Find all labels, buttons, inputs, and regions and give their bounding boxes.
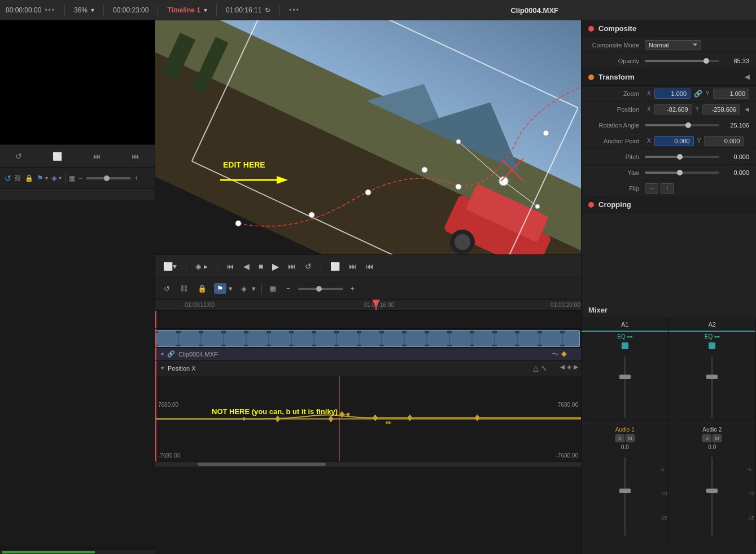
refresh-icon[interactable]: ↻ — [265, 6, 270, 14]
left-tool-arrow[interactable]: ↺ — [5, 174, 11, 183]
pitch-handle[interactable] — [677, 154, 683, 160]
opacity-handle[interactable] — [703, 58, 709, 64]
keyframe-canvas: 7680.00 7680.00 -7680.00 -7680.00 NOT HE… — [155, 376, 581, 461]
tb-marker-drop[interactable]: ▾ — [251, 284, 257, 293]
vc-next-edit[interactable]: ⏭ — [347, 261, 359, 272]
scrollbar-handle[interactable] — [198, 463, 325, 466]
mixer-audio2-fader[interactable] — [711, 457, 713, 536]
vc-dots[interactable]: ◈ ▸ — [193, 261, 210, 272]
kf-nav-arrows[interactable]: ◀ ◈ ▶ — [560, 363, 578, 371]
position-y-value[interactable]: -258.606 — [702, 104, 740, 115]
vc-frame-icon[interactable]: ⬜▾ — [161, 261, 179, 272]
zoom-x-value[interactable]: 1.000 — [654, 89, 691, 99]
kf-expand-up[interactable]: △ — [533, 364, 539, 372]
playhead[interactable] — [375, 300, 377, 310]
mixer-a1-eq[interactable]: EQ ▪▪▪ — [617, 333, 632, 340]
top-dots-3[interactable]: ••• — [289, 6, 300, 14]
left-tool-grid[interactable]: ▦ — [69, 174, 75, 182]
source-loop-icon[interactable]: ↺ — [15, 152, 22, 161]
mixer-ch-a2: A2 EQ ▪▪▪ — [669, 318, 757, 424]
rotation-handle[interactable] — [685, 122, 691, 128]
mixer-audio2-s-btn[interactable]: S — [702, 434, 711, 442]
vc-stop[interactable]: ■ — [256, 261, 265, 272]
left-zoom-slider[interactable] — [86, 177, 131, 179]
pos-arrow[interactable]: ◀ — [745, 106, 749, 112]
kf-diamond[interactable]: ◈ — [567, 363, 571, 371]
zoom-level[interactable]: 36% — [74, 6, 88, 14]
tb-zoom-handle[interactable] — [316, 286, 322, 292]
vc-loop[interactable]: ↺ — [303, 261, 314, 272]
position-x-value[interactable]: -82.609 — [654, 104, 692, 115]
composite-mode-select[interactable]: Normal — [645, 40, 701, 50]
mixer-audio2-handle[interactable] — [706, 489, 718, 493]
tb-link[interactable]: ⛓ — [177, 283, 190, 294]
transform-label: Transform — [598, 73, 635, 81]
mixer-a1-fader[interactable] — [624, 356, 626, 418]
left-flag-dropdown[interactable]: ▾ — [45, 175, 48, 181]
left-tool-minus[interactable]: − — [78, 174, 82, 182]
vc-prev-edit[interactable]: ⏮ — [364, 261, 376, 272]
position-label: Position — [588, 106, 645, 113]
video-track-content[interactable] — [155, 329, 581, 348]
anchor-x-value[interactable]: 0.000 — [654, 136, 694, 146]
mixer-audio1-m-btn[interactable]: M — [626, 434, 635, 442]
rotation-slider[interactable] — [645, 124, 719, 126]
vc-play[interactable]: ▶ — [270, 260, 281, 273]
source-in-icon[interactable]: ⬜ — [53, 152, 62, 161]
zoom-dropdown-icon[interactable]: ▾ — [91, 6, 94, 14]
tb-zoom-slider[interactable] — [298, 288, 343, 290]
yaw-handle[interactable] — [677, 170, 683, 175]
tb-plus[interactable]: + — [348, 283, 358, 294]
zoom-y-value[interactable]: 1.000 — [713, 89, 749, 99]
vc-prev[interactable]: ◀ — [241, 261, 252, 272]
zoom-link-icon[interactable]: 🔗 — [694, 90, 702, 98]
tb-grid[interactable]: ▦ — [266, 283, 279, 294]
mixer-mark-minus5: -5 — [659, 467, 667, 472]
left-tool-lock[interactable]: 🔒 — [25, 174, 33, 182]
left-tool-link[interactable]: ⛓ — [15, 174, 21, 182]
left-marker-dropdown[interactable]: ▾ — [59, 175, 62, 181]
yaw-slider[interactable] — [645, 172, 719, 174]
mixer-a2-handle[interactable] — [706, 375, 718, 379]
tb-undo[interactable]: ↺ — [161, 283, 173, 294]
vc-skip-end[interactable]: ⏭ — [286, 261, 298, 272]
composite-label: Composite — [598, 24, 636, 33]
kf-next-arrow[interactable]: ▶ — [574, 363, 578, 371]
mixer-audio1-s-btn[interactable]: S — [615, 434, 624, 442]
left-tool-flag[interactable]: ⚑ — [37, 174, 43, 182]
tb-flag-drop[interactable]: ▾ — [228, 284, 234, 293]
mixer-a1-handle[interactable] — [619, 375, 631, 379]
kf-expand-corners[interactable]: ⤡ — [541, 364, 547, 372]
vc-skip-start[interactable]: ⏮ — [224, 261, 237, 272]
pitch-slider[interactable] — [645, 156, 719, 158]
flip-h-button[interactable]: ↔ — [645, 183, 658, 194]
anchor-y-value[interactable]: 0.000 — [704, 136, 744, 146]
source-skip-end-icon[interactable]: ⏭ — [93, 152, 101, 161]
timeline-dropdown-icon[interactable]: ▾ — [204, 6, 207, 14]
tb-minus[interactable]: − — [283, 283, 294, 294]
left-tool-marker[interactable]: ◈ — [51, 174, 57, 182]
timeline-scrollbar[interactable] — [155, 462, 581, 467]
tb-flag[interactable]: ⚑ — [214, 283, 226, 294]
mixer-a2-eq[interactable]: EQ ▪▪▪ — [705, 333, 720, 340]
top-dots-1[interactable]: ••• — [45, 6, 55, 14]
transform-collapse[interactable]: ◀ — [745, 73, 749, 81]
mixer-audio1-fader[interactable] — [624, 457, 626, 536]
flip-v-button[interactable]: ↕ — [661, 183, 674, 194]
mixer-a2-fader[interactable] — [711, 356, 713, 418]
tb-marker[interactable]: ◈ — [238, 283, 250, 294]
video-clip[interactable] — [155, 330, 580, 347]
mixer-audio2-m-btn[interactable]: M — [713, 434, 722, 442]
yaw-value: 0.000 — [724, 169, 749, 176]
tb-lock[interactable]: 🔒 — [195, 283, 209, 294]
opacity-slider[interactable] — [645, 60, 719, 62]
rotation-label: Rotation Angle — [588, 122, 645, 129]
center-panel: EDIT HERE ⬜▾ ◈ ▸ ⏮ ◀ ■ ▶ ⏭ ↺ ⬜ ⏭ ⏮ ↺ — [155, 20, 581, 554]
timecode-duration: 00:00:23:00 — [113, 6, 148, 14]
source-skip-start-icon[interactable]: ⏮ — [132, 152, 139, 161]
vc-fullscreen[interactable]: ⬜ — [328, 261, 342, 272]
left-zoom-handle[interactable] — [104, 175, 110, 181]
mixer-audio1-handle[interactable] — [619, 489, 631, 493]
left-tool-plus[interactable]: + — [134, 174, 138, 182]
kf-prev-arrow[interactable]: ◀ — [560, 363, 565, 371]
